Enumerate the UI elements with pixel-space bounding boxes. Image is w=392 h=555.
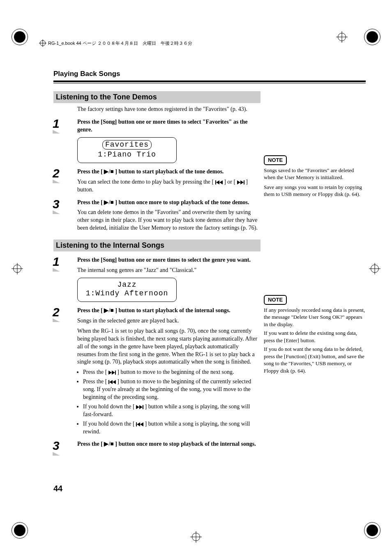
lcd-top-jazz: Jazz <box>117 281 136 289</box>
section2-step1: Press the [Song] button one or more time… <box>77 256 258 264</box>
chapter-rule <box>53 81 366 84</box>
svg-rect-9 <box>108 380 109 384</box>
note1-p1: Songs saved to the "Favorites" are delet… <box>264 167 367 181</box>
svg-marker-16 <box>137 422 140 426</box>
section2-step2: Press the [ ▶/■ ] button to start playba… <box>77 307 258 315</box>
section1-step3-body: You can delete tone demos in the "Favori… <box>77 209 258 232</box>
crop-mark-bottom-right <box>364 522 380 539</box>
section1-step3: Press the [ ▶/■ ] button once more to st… <box>77 199 258 207</box>
bullet-rewind: If you hold down the [ ] button while a … <box>83 420 258 436</box>
svg-marker-13 <box>139 405 143 409</box>
section2-step3: Press the [ ▶/■ ] button once more to st… <box>77 440 258 448</box>
lcd-bottom: 1:Piano Trio <box>98 150 156 159</box>
next-icon <box>136 403 143 411</box>
section1-step1: Press the [Song] button one or more time… <box>77 118 258 134</box>
bullet-prev-song: Press the [ ] button to move to the begi… <box>83 378 258 401</box>
chapter-title: Playing Back Songs <box>53 70 366 78</box>
crop-mark-mid-left <box>12 263 23 274</box>
note2-p2: If you want to delete the existing song … <box>264 329 367 344</box>
note-label: NOTE <box>264 295 287 305</box>
crop-mark-top-left <box>12 29 28 45</box>
lcd-display-favorites: Favorites 1:Piano Trio <box>77 137 177 163</box>
crop-mark-mid-right <box>369 263 380 274</box>
svg-marker-2 <box>219 180 223 184</box>
next-icon <box>237 178 244 186</box>
section1-step2-body: You can select the tone demo to play bac… <box>77 178 258 194</box>
step-number-3: 3 <box>53 197 60 211</box>
step-number-2: 2 <box>53 166 60 180</box>
print-header: RG-1_e.book 44 ページ ２００８年４月８日 火曜日 午後２時３６分 <box>39 39 192 47</box>
bullet-fast-forward: If you hold down the [ ] button while a … <box>83 403 258 419</box>
svg-marker-10 <box>109 380 113 384</box>
section2-step2-p2: When the RG-1 is set to play back all so… <box>77 327 258 366</box>
step-number-3b: 3 <box>53 439 60 453</box>
lcd-bottom-jazz: 1:Windy Afternoon <box>86 289 168 297</box>
crop-mark-top-right <box>336 29 380 45</box>
prev-icon <box>108 378 116 386</box>
page-number: 44 <box>53 484 62 493</box>
note-label: NOTE <box>264 155 287 165</box>
step-number-1: 1 <box>53 117 60 131</box>
prev-icon <box>215 178 223 186</box>
section1-step2: Press the [ ▶/■ ] button to start playba… <box>77 168 258 176</box>
svg-marker-4 <box>240 180 244 184</box>
svg-marker-7 <box>112 371 115 375</box>
svg-marker-1 <box>216 180 219 184</box>
svg-marker-11 <box>113 380 116 384</box>
section-heading-internal-songs: Listening to the Internal Songs <box>53 240 261 251</box>
prev-icon <box>136 420 143 428</box>
section2-step2-p1: Songs in the selected genre are played b… <box>77 317 258 325</box>
step-number-2b: 2 <box>53 305 60 319</box>
section2-step1-body: The internal song genres are "Jazz" and … <box>77 267 258 274</box>
section-heading-tone-demos: Listening to the Tone Demos <box>53 91 261 103</box>
svg-marker-12 <box>136 405 139 409</box>
bullet-next-song: Press the [ ] button to move to the begi… <box>83 368 258 376</box>
section2-bullets: Press the [ ] button to move to the begi… <box>83 368 258 435</box>
svg-rect-15 <box>136 422 137 426</box>
note-block-1: NOTE Songs saved to the "Favorites" are … <box>264 155 367 198</box>
lcd-display-jazz: Jazz 1:Windy Afternoon <box>77 278 177 302</box>
note2-p1: If any previously recorded song data is … <box>264 306 367 328</box>
lcd-top: Favorites <box>102 140 152 150</box>
crop-mark-bottom-center <box>190 531 202 543</box>
next-icon <box>108 368 116 376</box>
section1-intro: The factory settings have tone demos reg… <box>77 106 258 113</box>
crop-mark-bottom-left <box>12 522 28 539</box>
svg-marker-17 <box>140 422 143 426</box>
step-number-1b: 1 <box>53 255 60 269</box>
svg-rect-0 <box>215 180 216 184</box>
print-header-text: RG-1_e.book 44 ページ ２００８年４月８日 火曜日 午後２時３６分 <box>48 40 192 46</box>
note-block-2: NOTE If any previously recorded song dat… <box>264 295 367 374</box>
note2-p3: If you do not want the song data to be d… <box>264 345 367 374</box>
svg-marker-3 <box>237 180 240 184</box>
note1-p2: Save any songs you want to retain by cop… <box>264 184 367 198</box>
svg-marker-6 <box>108 371 112 375</box>
